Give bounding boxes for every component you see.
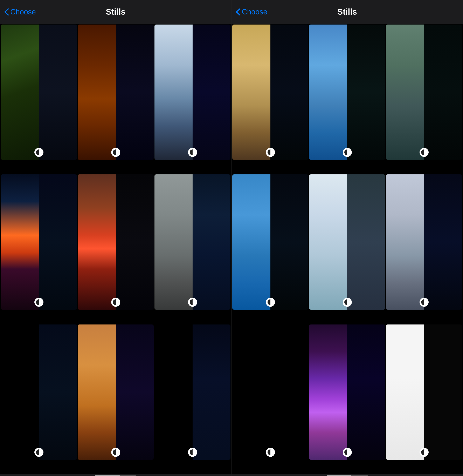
wallpaper-item[interactable] [1,174,77,310]
wallpaper-item[interactable] [309,324,385,460]
day-night-icon [266,298,275,307]
back-button-left[interactable]: Choose [4,8,36,16]
day-night-icon [111,148,120,157]
day-night-icon [34,148,44,157]
day-night-icon [419,148,429,157]
wallpaper-item[interactable] [232,25,308,160]
wallpaper-item[interactable] [232,174,308,310]
wallpaper-item[interactable] [232,324,308,460]
wallpaper-item[interactable] [78,324,154,460]
wallpaper-item[interactable] [386,174,462,310]
day-night-icon [343,148,352,157]
day-night-icon [34,448,44,457]
day-night-icon [343,448,352,457]
day-night-icon [188,448,197,457]
scroll-bar-left [95,475,136,476]
wallpaper-grid-left [0,24,231,474]
wallpaper-item[interactable] [1,324,77,460]
panel-right: Choose Stills [232,0,463,476]
nav-title-right: Stills [337,7,357,17]
wallpaper-item[interactable] [1,25,77,160]
wallpaper-item[interactable] [386,324,462,460]
back-button-right[interactable]: Choose [236,8,267,16]
scroll-indicator-right [232,474,463,476]
day-night-icon [419,298,429,307]
day-night-icon [188,148,197,157]
day-night-icon [111,448,120,457]
scroll-bar-inner-left [95,475,120,476]
wallpaper-item[interactable] [154,25,231,160]
wallpaper-item[interactable] [154,174,231,310]
day-night-icon [34,298,44,307]
wallpaper-item[interactable] [154,324,231,460]
day-night-icon [419,448,429,457]
wallpaper-item[interactable] [78,25,154,160]
wallpaper-item[interactable] [78,174,154,310]
scroll-indicator-left [0,474,231,476]
nav-bar-right: Choose Stills [232,0,463,24]
wallpaper-item[interactable] [309,25,385,160]
day-night-icon [343,298,352,307]
panel-left: Choose Stills [0,0,232,476]
day-night-icon [188,298,197,307]
day-night-icon [266,448,275,457]
scroll-bar-inner-right [327,475,351,476]
wallpaper-item[interactable] [386,25,462,160]
wallpaper-grid-right [232,24,463,474]
nav-title-left: Stills [106,7,126,17]
scroll-bar-right [327,475,368,476]
wallpaper-item[interactable] [309,174,385,310]
day-night-icon [111,298,120,307]
nav-bar-left: Choose Stills [0,0,231,24]
day-night-icon [266,148,275,157]
